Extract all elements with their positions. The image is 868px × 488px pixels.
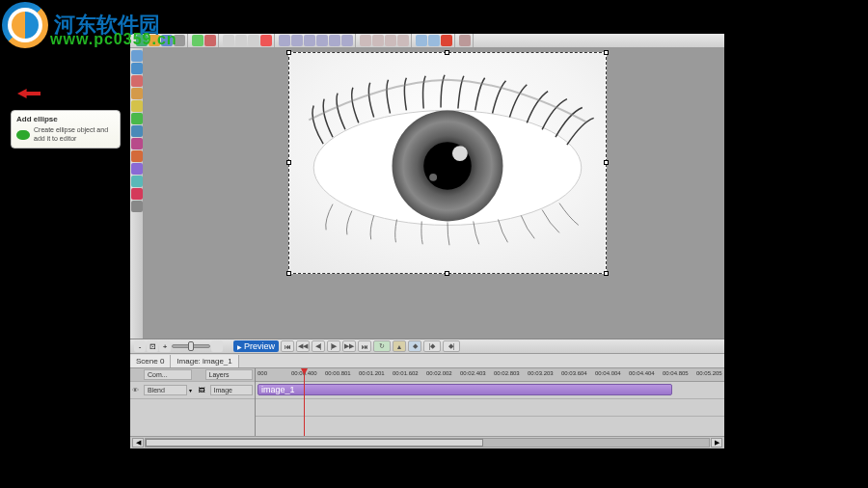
frame-back-icon[interactable]: ◀| (312, 340, 325, 352)
resize-handle-br[interactable] (604, 271, 609, 276)
copy-icon[interactable] (235, 35, 247, 46)
top-toolbar (130, 34, 724, 48)
paste-icon[interactable] (248, 35, 259, 46)
resize-handle-tl[interactable] (286, 50, 291, 55)
resize-handle-tr[interactable] (604, 50, 609, 55)
track-row[interactable]: image_1 (256, 382, 724, 399)
loop-icon[interactable]: ↻ (373, 340, 391, 352)
guides-icon[interactable] (441, 35, 452, 46)
pointer-tool-icon[interactable] (131, 50, 143, 62)
tooltip-desc: Create ellipse object and add it to edit… (34, 126, 115, 144)
scrollbar-thumb[interactable] (146, 439, 483, 447)
ruler-tick: 00:02.803 (494, 370, 520, 376)
add-ellipse-tool-icon[interactable] (131, 113, 143, 124)
align-middle-icon[interactable] (329, 35, 340, 46)
svg-point-4 (452, 146, 468, 161)
align-center-icon[interactable] (291, 35, 303, 46)
marker-icon[interactable]: ▲ (393, 340, 406, 352)
group-icon[interactable] (360, 35, 371, 46)
resize-handle-tm[interactable] (445, 50, 449, 55)
scene-tab-0[interactable]: Scene 0 (130, 355, 171, 367)
settings-icon[interactable] (459, 35, 471, 46)
layer-row[interactable]: 👁 Blend ▾ 🖼 Image (130, 382, 255, 399)
canvas[interactable] (144, 48, 724, 339)
goto-start-icon[interactable]: ⏮ (281, 340, 294, 352)
resize-handle-ml[interactable] (286, 160, 291, 165)
annotation-arrow (17, 89, 41, 98)
delete-icon[interactable] (260, 35, 272, 46)
ruler-tick: 00:03.604 (561, 370, 587, 376)
ruler-tick: 00:02.002 (426, 370, 452, 376)
snap-icon[interactable] (416, 35, 427, 46)
track-row-empty[interactable] (256, 399, 724, 417)
resize-handle-bl[interactable] (286, 271, 291, 276)
image-tool-icon[interactable] (131, 75, 143, 87)
align-right-icon[interactable] (304, 35, 315, 46)
cut-icon[interactable] (223, 35, 234, 46)
counter-tool-icon[interactable] (131, 176, 143, 187)
preview-button[interactable]: Preview (233, 340, 279, 352)
ruler-tick: 00:02.403 (460, 370, 486, 376)
scroll-right-icon[interactable]: ▶ (711, 438, 722, 447)
zoom-out-icon[interactable]: - (134, 340, 146, 352)
zoom-slider-thumb[interactable] (188, 341, 194, 351)
chart-tool-icon[interactable] (131, 150, 143, 162)
align-bottom-icon[interactable] (341, 35, 353, 46)
left-toolbar (130, 48, 144, 339)
col-layers: Layers (205, 369, 254, 380)
send-back-icon[interactable] (397, 35, 409, 46)
scrollbar-track[interactable] (145, 438, 710, 447)
align-left-icon[interactable] (279, 35, 290, 46)
bring-front-icon[interactable] (385, 35, 396, 46)
step-back-icon[interactable]: ◀◀ (296, 340, 310, 352)
playhead[interactable] (304, 368, 305, 436)
keyframe-icon[interactable]: ◆ (408, 340, 421, 352)
goto-end-icon[interactable]: ⏭ (358, 340, 371, 352)
clip-image-1[interactable]: image_1 (258, 384, 672, 395)
ellipse-icon (16, 130, 30, 140)
dropdown-icon[interactable]: ▾ (189, 387, 197, 393)
redo-icon[interactable] (204, 35, 216, 46)
prev-key-icon[interactable]: |◆ (423, 340, 441, 352)
text-tool-icon[interactable] (131, 63, 143, 74)
main-area (130, 48, 724, 339)
ruler-tick: 000 (258, 370, 267, 376)
layer-type-icon: 🖼 (199, 387, 208, 393)
blend-mode[interactable]: Blend (144, 385, 187, 395)
transport-bar: - ⊡ + Preview ⏮ ◀◀ ◀| |▶ ▶▶ ⏭ ↻ ▲ ◆ |◆ ◆… (130, 339, 724, 354)
next-key-icon[interactable]: ◆| (443, 340, 460, 352)
align-top-icon[interactable] (316, 35, 328, 46)
timeline-tracks[interactable]: 00000:00.40000:00.80100:01.20100:01.6020… (256, 368, 724, 436)
ungroup-icon[interactable] (372, 35, 384, 46)
add-rectangle-tool-icon[interactable] (131, 100, 143, 112)
zoom-slider[interactable] (172, 344, 210, 348)
ruler-tick: 00:04.404 (629, 370, 655, 376)
preview-label: Preview (244, 341, 275, 351)
video-tool-icon[interactable] (131, 88, 143, 99)
time-ruler[interactable]: 00000:00.40000:00.80100:01.20100:01.6020… (256, 368, 724, 382)
undo-icon[interactable] (192, 35, 203, 46)
animation-tool-icon[interactable] (131, 163, 143, 175)
zoom-in-icon[interactable]: + (159, 340, 171, 352)
scroll-left-icon[interactable]: ◀ (132, 438, 144, 447)
add-line-tool-icon[interactable] (131, 125, 143, 137)
frame-fwd-icon[interactable]: |▶ (327, 340, 340, 352)
visibility-toggle-icon[interactable]: 👁 (132, 387, 142, 393)
grid-icon[interactable] (428, 35, 440, 46)
step-fwd-icon[interactable]: ▶▶ (342, 340, 356, 352)
resize-handle-bm[interactable] (445, 271, 449, 276)
scene-tab-image[interactable]: Image: image_1 (171, 355, 238, 367)
resize-handle-mr[interactable] (604, 160, 609, 165)
audio-tool-icon[interactable] (131, 188, 143, 200)
ruler-tick: 00:01.602 (393, 370, 419, 376)
horizontal-scrollbar[interactable]: ◀ ▶ (130, 436, 724, 448)
selected-image-object[interactable] (288, 52, 607, 274)
tooltip-add-ellipse: Add ellipse Create ellipse object and ad… (11, 110, 121, 149)
scene-tabs: Scene 0 Image: image_1 (130, 354, 724, 368)
ruler-tick: 00:04.004 (595, 370, 621, 376)
zoom-preset-icon[interactable] (211, 340, 223, 352)
freeform-tool-icon[interactable] (131, 138, 143, 149)
zoom-fit-icon[interactable]: ⊡ (147, 340, 158, 352)
timeline: Com... Layers 👁 Blend ▾ 🖼 Image 00000:00… (130, 368, 724, 436)
button-tool-icon[interactable] (131, 201, 143, 212)
